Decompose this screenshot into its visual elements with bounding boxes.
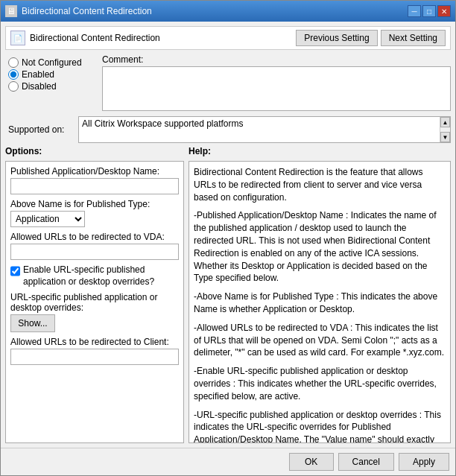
scroll-down-arrow[interactable]: ▼ [440,132,450,142]
enable-override-label: Enable URL-specific published applicatio… [23,264,179,288]
not-configured-label: Not Configured [22,57,82,68]
enable-override-checkbox[interactable] [10,266,20,276]
policy-icon: 📄 [10,31,25,45]
comment-label: Comment: [102,54,451,65]
override-section-label: URL-specific published application or de… [10,292,179,313]
enabled-option[interactable]: Enabled [8,69,99,80]
maximize-button[interactable]: □ [422,5,436,17]
scrollbar-stub: ▲ ▼ [440,117,450,142]
main-window: 🖥 Bidirectional Content Redirection ─ □ … [0,0,456,476]
options-box: Published Application/Desktop Name: Abov… [5,161,184,443]
app-name-input[interactable] [10,178,179,194]
help-text-4: -Allowed URLs to be redirected to VDA : … [194,322,446,359]
next-setting-button[interactable]: Next Setting [381,30,446,46]
title-controls: ─ □ ✕ [408,5,451,17]
app-name-field: Published Application/Desktop Name: [10,166,179,194]
supported-value-box: All Citrix Workspace supported platforms… [78,116,451,143]
footer: OK Cancel Apply [1,448,455,475]
type-field: Above Name is for Published Type: Applic… [10,199,179,227]
cancel-button[interactable]: Cancel [338,453,394,471]
override-section: URL-specific published application or de… [10,292,179,332]
enable-override-row: Enable URL-specific published applicatio… [10,264,179,288]
radio-options: Not Configured Enabled Disabled [5,54,102,113]
help-text-1: Bidirectional Content Redirection is the… [194,166,446,203]
allowed-urls-field: Allowed URLs to be redirected to VDA: [10,232,179,260]
app-name-label: Published Application/Desktop Name: [10,166,179,177]
options-panel: Options: Published Application/Desktop N… [5,146,184,443]
title-bar-left: 🖥 Bidirectional Content Redirection [5,5,152,17]
config-section: Not Configured Enabled Disabled Comment: [5,54,451,113]
header-section: 📄 Bidirectional Content Redirection Prev… [5,26,451,50]
type-select[interactable]: Application Desktop [10,211,85,227]
supported-section: Supported on: All Citrix Workspace suppo… [5,116,451,143]
supported-value: All Citrix Workspace supported platforms [82,118,244,129]
comment-textarea[interactable] [102,66,451,111]
options-help-row: Options: Published Application/Desktop N… [5,146,451,443]
title-bar: 🖥 Bidirectional Content Redirection ─ □ … [1,1,455,22]
type-label: Above Name is for Published Type: [10,199,179,209]
supported-label: Supported on: [8,124,75,135]
disabled-option[interactable]: Disabled [8,81,99,92]
nav-buttons: Previous Setting Next Setting [296,30,446,46]
enabled-label: Enabled [22,69,54,80]
help-text-2: -Published Application/Desktop Name : In… [194,209,446,285]
help-text-6: -URL-specific published application or d… [194,409,446,443]
allowed-urls-input[interactable] [10,244,179,260]
minimize-button[interactable]: ─ [408,5,421,17]
help-text-5: -Enable URL-specific published applicati… [194,365,446,402]
header-title: 📄 Bidirectional Content Redirection [10,31,160,45]
ok-button[interactable]: OK [289,453,334,471]
allowed-urls-label: Allowed URLs to be redirected to VDA: [10,232,179,242]
help-box: Bidirectional Content Redirection is the… [189,161,451,443]
scroll-up-arrow[interactable]: ▲ [440,117,450,127]
allowed-client-urls-label: Allowed URLs to be redirected to Client: [10,337,179,347]
disabled-label: Disabled [22,81,57,92]
show-button[interactable]: Show... [10,314,55,332]
help-text-3: -Above Name is for Published Type : This… [194,291,446,316]
allowed-client-urls-input[interactable] [10,349,179,365]
window-icon: 🖥 [5,5,17,17]
options-title: Options: [5,146,184,156]
content-area: 📄 Bidirectional Content Redirection Prev… [1,22,455,448]
window-title: Bidirectional Content Redirection [22,6,152,16]
not-configured-option[interactable]: Not Configured [8,57,99,68]
close-button[interactable]: ✕ [437,5,451,17]
allowed-client-urls-field: Allowed URLs to be redirected to Client: [10,337,179,365]
apply-button[interactable]: Apply [399,453,449,471]
prev-setting-button[interactable]: Previous Setting [296,30,377,46]
comment-area: Comment: [102,54,451,113]
help-panel: Help: Bidirectional Content Redirection … [189,146,451,443]
header-title-text: Bidirectional Content Redirection [30,33,160,43]
help-title: Help: [189,146,451,156]
